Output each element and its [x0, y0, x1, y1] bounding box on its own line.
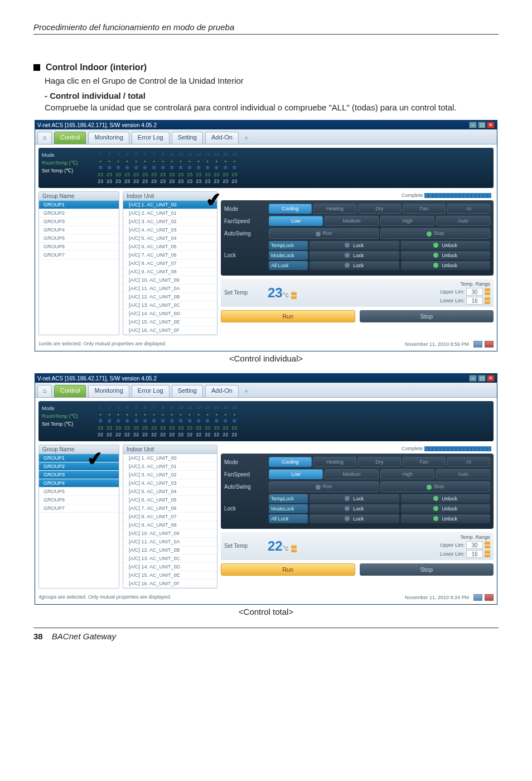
upper-lim-value[interactable]: 30 [466, 288, 483, 296]
overview-unit[interactable]: 9●❄2323 [169, 151, 175, 185]
upper-up-button[interactable] [485, 288, 490, 291]
mode-option-button[interactable]: AI [447, 204, 490, 214]
run-button[interactable]: Run [221, 310, 355, 322]
unit-item[interactable]: [A/C] 14. AC_UNIT_0D [123, 310, 217, 318]
stop-button[interactable]: Stop [360, 310, 494, 322]
tab-control[interactable]: Control [54, 385, 86, 397]
unit-item[interactable]: [A/C] 8. AC_UNIT_07 [123, 259, 217, 268]
tab-setting[interactable]: Setting [172, 132, 203, 144]
tab-home[interactable]: ⌂ [37, 385, 52, 397]
overview-unit[interactable]: 7●❄2322 [151, 404, 157, 438]
overview-unit[interactable]: 10●❄2322 [178, 404, 183, 438]
upper-up-button[interactable] [485, 541, 490, 544]
overview-unit[interactable]: 4●❄2322 [124, 404, 130, 438]
unit-item[interactable]: [A/C] 10. AC_UNIT_09 [123, 529, 217, 538]
fan-option-button[interactable]: High [380, 469, 434, 479]
overview-unit[interactable]: 2●❄2323 [107, 151, 112, 185]
group-item[interactable]: GROUP3 [39, 218, 119, 226]
status-icon-2[interactable] [485, 594, 494, 601]
upper-down-button[interactable] [485, 292, 490, 295]
group-item[interactable]: GROUP5 [39, 488, 119, 496]
overview-unit[interactable]: 9●❄2322 [169, 404, 175, 438]
close-icon[interactable]: ✕ [487, 122, 495, 128]
unit-item[interactable]: [A/C] 15. AC_UNIT_0E [123, 571, 217, 580]
status-icon-2[interactable] [485, 341, 494, 348]
overview-unit[interactable]: 6●❄2323 [142, 151, 148, 185]
overview-unit[interactable]: 12●❄2323 [196, 151, 201, 185]
lower-up-button[interactable] [485, 550, 490, 553]
lower-lim-value[interactable]: 16 [466, 550, 483, 558]
unit-item[interactable]: [A/C] 9. AC_UNIT_08 [123, 521, 217, 529]
fan-option-button[interactable]: High [380, 216, 434, 226]
fan-option-button[interactable]: Medium [325, 469, 379, 479]
overview-unit[interactable]: 13●❄2323 [205, 151, 210, 185]
unit-item[interactable]: [A/C] 2. AC_UNIT_01 [123, 209, 217, 218]
unit-item[interactable]: [A/C] 13. AC_UNIT_0C [123, 555, 217, 563]
temp-up-button[interactable] [291, 292, 297, 295]
mode-option-button[interactable]: Heating [313, 457, 356, 467]
mode-option-button[interactable]: Cooling [269, 204, 312, 214]
minimize-icon[interactable]: – [469, 122, 477, 128]
group-item[interactable]: GROUP2 [39, 209, 119, 218]
mode-option-button[interactable]: Cooling [269, 457, 312, 467]
unit-item[interactable]: [A/C] 16. AC_UNIT_0F [123, 580, 217, 588]
overview-unit[interactable]: 15●❄2323 [223, 151, 228, 185]
mode-option-button[interactable]: Heating [313, 204, 356, 214]
overview-unit[interactable]: 12●❄2322 [196, 404, 201, 438]
overview-unit[interactable]: 4●❄2323 [124, 151, 130, 185]
unit-item[interactable]: [A/C] 5. AC_UNIT_04 [123, 488, 217, 496]
unlock-button[interactable]: Unlock [401, 504, 491, 513]
unit-item[interactable]: [A/C] 8. AC_UNIT_07 [123, 513, 217, 521]
unit-item[interactable]: [A/C] 7. AC_UNIT_06 [123, 504, 217, 513]
overview-unit[interactable]: 11●❄2323 [187, 151, 192, 185]
unit-item[interactable]: [A/C] 7. AC_UNIT_06 [123, 251, 217, 259]
tab-addon[interactable]: Add-On [205, 132, 239, 144]
overview-unit[interactable]: 1●❄2322 [98, 404, 103, 438]
unit-item[interactable]: [A/C] 11. AC_UNIT_0A [123, 285, 217, 293]
maximize-icon[interactable]: ◻ [478, 375, 486, 382]
unit-item[interactable]: [A/C] 4. AC_UNIT_03 [123, 226, 217, 234]
tab-error-log[interactable]: Error Log [132, 385, 170, 397]
overview-unit[interactable]: 14●❄2322 [214, 404, 219, 438]
lower-lim-value[interactable]: 16 [466, 297, 483, 305]
fan-option-button[interactable]: Low [269, 469, 323, 479]
lock-button[interactable]: Lock [309, 241, 399, 250]
group-item[interactable]: GROUP3 [39, 471, 119, 479]
unit-item[interactable]: [A/C] 1. AC_UNIT_00 [123, 454, 217, 462]
lower-down-button[interactable] [485, 554, 490, 557]
group-item[interactable]: GROUP5 [39, 234, 119, 243]
lower-up-button[interactable] [485, 297, 490, 300]
tab-add-icon[interactable]: + [241, 132, 252, 144]
overview-unit[interactable]: 3●❄2322 [115, 404, 121, 438]
fan-option-button[interactable]: Low [269, 216, 323, 226]
maximize-icon[interactable]: ◻ [478, 122, 486, 128]
unit-item[interactable]: [A/C] 1. AC_UNIT_00 [123, 201, 217, 209]
lock-button[interactable]: Lock [309, 504, 399, 513]
overview-unit[interactable]: 5●❄2323 [133, 151, 139, 185]
swing-stop-button[interactable]: Stop [380, 481, 490, 491]
overview-unit[interactable]: 10●❄2323 [178, 151, 183, 185]
minimize-icon[interactable]: – [469, 375, 477, 382]
tab-home[interactable]: ⌂ [37, 132, 52, 144]
overview-unit[interactable]: 16●❄2322 [231, 404, 237, 438]
unit-item[interactable]: [A/C] 12. AC_UNIT_0B [123, 293, 217, 301]
swing-stop-button[interactable]: Stop [380, 228, 490, 238]
group-item[interactable]: GROUP6 [39, 496, 119, 504]
mode-option-button[interactable]: Fan [403, 457, 446, 467]
tab-add-icon[interactable]: + [241, 385, 252, 397]
group-item[interactable]: GROUP4 [39, 226, 119, 234]
swing-run-button[interactable]: Run [269, 228, 379, 238]
unit-item[interactable]: [A/C] 4. AC_UNIT_03 [123, 479, 217, 488]
group-item[interactable]: GROUP2 [39, 462, 119, 471]
overview-unit[interactable]: 5●❄2322 [133, 404, 139, 438]
unlock-button[interactable]: Unlock [401, 514, 491, 523]
fan-option-button[interactable]: Medium [325, 216, 379, 226]
overview-unit[interactable]: 1●❄2323 [98, 151, 103, 185]
mode-option-button[interactable]: AI [447, 457, 490, 467]
unit-item[interactable]: [A/C] 6. AC_UNIT_05 [123, 243, 217, 251]
unit-item[interactable]: [A/C] 2. AC_UNIT_01 [123, 462, 217, 471]
upper-lim-value[interactable]: 30 [466, 541, 483, 549]
status-icon-1[interactable] [473, 594, 482, 601]
overview-unit[interactable]: 14●❄2323 [214, 151, 219, 185]
unit-item[interactable]: [A/C] 9. AC_UNIT_08 [123, 268, 217, 276]
